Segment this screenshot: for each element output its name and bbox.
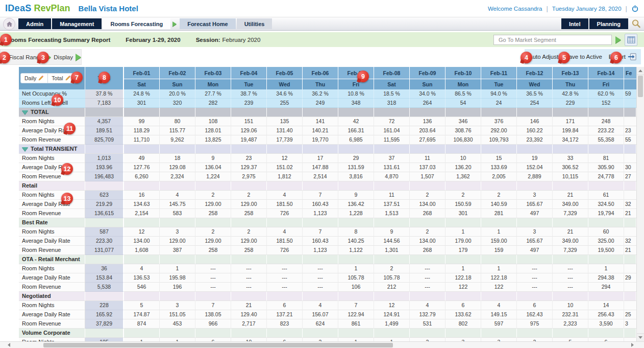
auto-adjust-button[interactable]: Auto Adjust	[529, 54, 558, 60]
value-cell: 122.18	[481, 273, 517, 283]
value-cell: 6	[445, 301, 481, 310]
partial-cell	[624, 301, 636, 310]
value-cell: 258	[195, 246, 231, 255]
vertical-scrollbar[interactable]	[636, 67, 644, 341]
value-cell: 9	[374, 227, 410, 237]
date-column-header: Feb-09Sun	[410, 67, 445, 89]
row-label: Room Revenue	[19, 283, 85, 292]
value-cell: 160.22	[517, 126, 553, 135]
weekday-label: Tue	[481, 79, 516, 89]
pencil-icon	[65, 75, 71, 82]
annotation-marker-6: 6	[610, 52, 622, 63]
horizontal-scrollbar[interactable]	[0, 341, 644, 348]
search-icon[interactable]	[631, 19, 641, 29]
toolbar-right-group: Auto Adjust Save to Active Export	[525, 49, 641, 64]
value-cell: 122.18	[445, 273, 481, 283]
scroll-up-icon[interactable]	[637, 67, 644, 75]
nav-tab-intel[interactable]: Intel	[561, 18, 588, 29]
value-cell: 1,499	[374, 319, 410, 329]
collapse-arrow-icon[interactable]	[22, 147, 28, 151]
nav-tab-forecast-home[interactable]: Forecast Home	[180, 18, 235, 29]
value-cell: 624	[303, 319, 338, 329]
value-cell: 122	[445, 283, 481, 292]
value-cell: 2,323	[553, 319, 588, 329]
home-icon[interactable]	[3, 18, 15, 30]
value-cell: 129.40	[231, 310, 267, 319]
nav-tab-planning[interactable]: Planning	[589, 18, 628, 29]
value-cell: 258	[231, 209, 267, 218]
separator: |	[546, 5, 548, 12]
value-cell: 11	[410, 154, 445, 163]
partial-cell: 25	[624, 310, 636, 319]
value-cell: 129.00	[231, 237, 267, 246]
app-header: IDeaS RevPlan Bella Vista Hotel Welcome …	[0, 0, 644, 17]
row-label: Average Daily Rate	[19, 237, 85, 246]
partial-cell: 32	[624, 237, 636, 246]
value-cell: 21	[553, 191, 588, 200]
weekday-label: Sat	[124, 79, 159, 89]
logout-power-icon[interactable]	[631, 5, 639, 12]
value-cell: 453	[160, 319, 195, 329]
partial-cell	[624, 154, 636, 163]
metric-row: Room Revenue825,70911,7109,26213,82519,4…	[19, 135, 636, 145]
total-cell: 223.30	[85, 237, 124, 246]
value-cell: 2	[231, 227, 267, 237]
save-to-active-button[interactable]: Save to Active	[565, 54, 602, 60]
value-cell: 109,793	[481, 135, 517, 145]
value-cell: 1,812	[267, 172, 303, 181]
value-cell: 1	[338, 264, 374, 273]
partial-cell	[624, 283, 636, 292]
collapse-arrow-icon[interactable]	[22, 110, 28, 114]
value-cell: 128.01	[195, 126, 231, 135]
total-cell: 153.84	[85, 273, 124, 283]
value-cell: ---	[267, 264, 303, 273]
value-cell: 80	[160, 117, 195, 126]
value-cell: 248	[588, 117, 624, 126]
display-arrow-icon[interactable]	[76, 54, 81, 61]
value-cell: 129.00	[195, 200, 231, 209]
scroll-down-icon[interactable]	[637, 333, 644, 341]
scroll-left-icon[interactable]	[5, 342, 12, 348]
value-cell: 151	[231, 117, 267, 126]
metric-row: Room Nights58712322478921132160	[19, 227, 636, 237]
horizontal-scrollbar-thumb[interactable]	[43, 343, 393, 347]
value-cell: 19,770	[303, 135, 338, 145]
value-cell: 1,362	[445, 172, 481, 181]
value-cell: 24,778	[588, 172, 624, 181]
scroll-right-icon[interactable]	[629, 342, 636, 348]
value-cell: 134.63	[124, 200, 160, 209]
goto-market-segment-input[interactable]: Go To Market Segment	[493, 35, 612, 45]
value-cell: 129.06	[231, 126, 267, 135]
value-cell: 181.50	[267, 237, 303, 246]
value-cell: 94.0 %	[481, 89, 517, 99]
value-cell: 2	[231, 191, 267, 200]
value-cell: ---	[410, 264, 445, 273]
value-cell: 294.38	[588, 273, 624, 283]
value-cell: 2,889	[517, 172, 553, 181]
value-cell: 13,825	[195, 135, 231, 145]
vertical-scrollbar-thumb[interactable]	[638, 76, 643, 97]
value-cell: 6,985	[338, 135, 374, 145]
section-label: Volume Corporate	[19, 329, 85, 338]
date-label: Feb-12	[517, 67, 552, 79]
row-label: Room Revenue	[19, 172, 85, 181]
go-arrow-button[interactable]	[615, 36, 621, 43]
value-cell: 5	[553, 338, 588, 341]
date-label: Feb-01	[124, 67, 159, 79]
value-cell: 308.76	[445, 126, 481, 135]
nav-tab-utilities[interactable]: Utilities	[237, 18, 273, 29]
nav-tab-management[interactable]: Management	[52, 18, 102, 29]
nav-tab-admin[interactable]: Admin	[18, 18, 51, 29]
grid-view-icon[interactable]	[625, 34, 637, 46]
view-button-daily[interactable]: Daily	[21, 74, 48, 83]
display-button[interactable]: Display	[54, 54, 73, 60]
date-column-header-partial: Fe	[624, 67, 636, 89]
date-column-header: Feb-06Thu	[303, 67, 338, 89]
value-cell: 3	[445, 338, 481, 341]
total-cell: 131,077	[85, 246, 124, 255]
metric-row: Room Nights623164224791122232161	[19, 191, 636, 200]
row-label: Room Nights	[19, 338, 85, 341]
separator: |	[626, 5, 627, 12]
nav-tab-rooms-forecasting[interactable]: Rooms Forecasting	[103, 18, 170, 29]
value-cell: 14	[588, 301, 624, 310]
